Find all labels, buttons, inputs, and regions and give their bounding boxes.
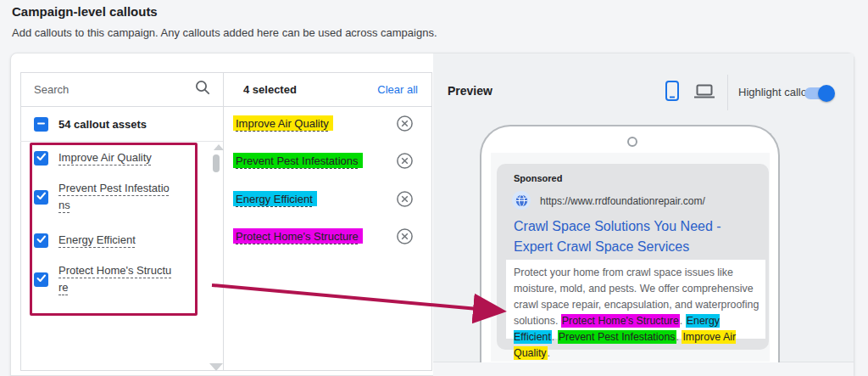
selected-count: 4 selected	[243, 83, 297, 96]
checkbox-checked[interactable]	[34, 190, 48, 205]
check-icon	[36, 150, 47, 166]
preview-header-divider	[727, 75, 728, 110]
select-all-divider	[20, 141, 223, 142]
checkbox-checked[interactable]	[34, 272, 48, 287]
clear-all-button[interactable]: Clear all	[377, 83, 418, 96]
campaign-callouts-page: Campaign-level callouts Add callouts to …	[0, 0, 868, 376]
checkbox-checked[interactable]	[34, 151, 48, 166]
check-icon	[36, 233, 47, 248]
search-row	[20, 72, 223, 106]
page-title: Campaign-level callouts	[12, 4, 158, 19]
selected-header: 4 selected Clear all	[223, 72, 432, 106]
list-item: Energy Efficient	[34, 230, 174, 250]
selected-item-chip[interactable]: Prevent Pest Infestations	[233, 153, 363, 168]
selected-item-chip[interactable]: Improve Air Quality	[233, 115, 333, 131]
callout-highlight: Prevent Pest Infestations	[558, 330, 676, 344]
selected-item: Energy Efficient	[233, 191, 317, 206]
list-item-label[interactable]: Energy Efficient	[58, 232, 174, 249]
sponsored-label: Sponsored	[514, 173, 562, 183]
toggle-knob[interactable]	[818, 85, 835, 102]
ad-headline-line1: Crawl Space Solutions You Need -	[514, 216, 768, 237]
scroll-down-arrow-icon[interactable]	[209, 363, 223, 371]
search-input[interactable]	[34, 83, 194, 96]
highlight-callout-toggle[interactable]	[804, 87, 833, 99]
selected-item-chip[interactable]: Protect Home's Structure	[233, 228, 363, 244]
selected-item: Prevent Pest Infestations	[233, 153, 363, 168]
select-all-checkbox[interactable]	[34, 117, 48, 132]
ad-headline-line2: Expert Crawl Space Services	[514, 237, 768, 257]
scroll-up-arrow-icon[interactable]	[214, 144, 224, 150]
separator: .	[680, 315, 686, 327]
remove-callout-button[interactable]	[396, 190, 414, 208]
check-icon	[36, 272, 47, 287]
list-item-label[interactable]: Protect Home's Structure	[58, 262, 174, 296]
select-all-row: 54 callout assets	[34, 114, 147, 134]
select-all-label[interactable]: 54 callout assets	[58, 118, 147, 131]
selected-item: Improve Air Quality	[233, 115, 333, 131]
selected-item-chip[interactable]: Energy Efficient	[233, 191, 317, 206]
search-icon[interactable]	[194, 79, 211, 99]
list-item-label[interactable]: Improve Air Quality	[58, 149, 174, 166]
callout-highlight: Protect Home's Structure	[561, 314, 680, 328]
list-item: Protect Home's Structure	[34, 261, 174, 298]
ad-description: Protect your home from crawl space issue…	[514, 265, 760, 362]
ad-display-url: https://www.rrdfoundationrepair.com/	[540, 195, 705, 207]
check-icon	[36, 189, 47, 205]
scrollbar-thumb[interactable]	[213, 154, 220, 172]
selected-item: Protect Home's Structure	[233, 228, 363, 244]
laptop-icon[interactable]	[693, 84, 715, 103]
remove-callout-button[interactable]	[396, 227, 414, 245]
minus-icon	[36, 116, 46, 132]
page-subtitle: Add callouts to this campaign. Any callo…	[12, 26, 437, 39]
terminator: .	[548, 347, 550, 359]
column-divider	[223, 72, 224, 371]
smartphone-icon[interactable]	[663, 80, 682, 105]
ad-description-box: Protect your home from crawl space issue…	[506, 260, 765, 339]
list-item-label[interactable]: Prevent Pest Infestations	[58, 180, 174, 214]
remove-callout-button[interactable]	[396, 115, 414, 132]
remove-callout-button[interactable]	[396, 152, 414, 170]
checkbox-checked[interactable]	[34, 233, 48, 248]
globe-icon	[512, 191, 531, 210]
separator: .	[552, 331, 558, 343]
page-background-strip	[433, 362, 854, 376]
ad-headline: Crawl Space Solutions You Need - Expert …	[514, 216, 768, 257]
header-divider	[20, 106, 432, 107]
camera-dot-icon	[627, 137, 637, 147]
preview-title: Preview	[448, 84, 492, 98]
list-item: Prevent Pest Infestations	[34, 178, 174, 216]
list-item: Improve Air Quality	[34, 148, 174, 168]
